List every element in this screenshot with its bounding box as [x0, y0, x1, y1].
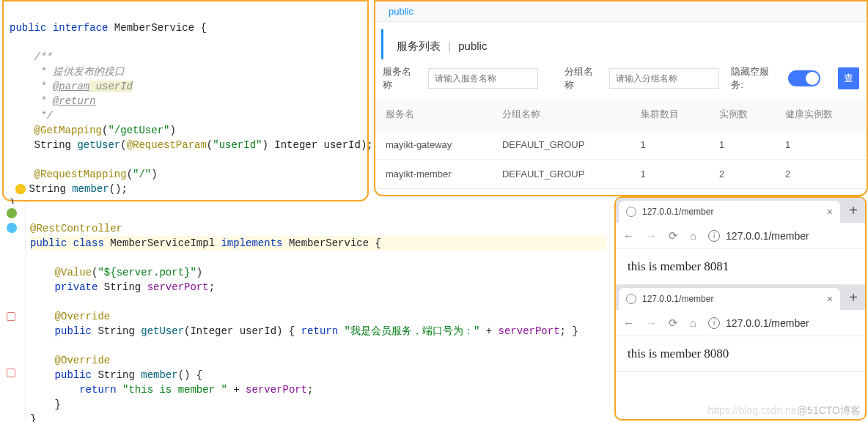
filter-bar: 服务名称 分组名称 隐藏空服务: 查 — [375, 62, 867, 99]
code-editor-interface[interactable]: public interface MemberService { /** * 提… — [2, 0, 369, 201]
reload-icon[interactable]: ⟳ — [669, 229, 678, 243]
breadcrumb: 服务列表 | public — [381, 29, 861, 59]
new-tab-button[interactable]: + — [845, 202, 862, 219]
hide-empty-toggle[interactable] — [788, 70, 820, 86]
code-editor-impl[interactable]: @RestController public class MemberServi… — [2, 204, 611, 421]
group-name-label: 分组名称 — [564, 65, 603, 92]
browser-window-1: 127.0.0.1/member × + ← → ⟳ ⌂ i 127.0.0.1… — [616, 198, 865, 285]
table-row[interactable]: mayikt-gateway DEFAULT_GROUP 1 1 1 — [375, 130, 867, 160]
hide-empty-label: 隐藏空服务: — [731, 65, 781, 92]
back-icon[interactable]: ← — [623, 229, 634, 242]
col-clusters: 集群数目 — [630, 99, 709, 130]
address-bar: ← → ⟳ ⌂ i 127.0.0.1/member — [616, 223, 865, 249]
browser-tab[interactable]: 127.0.0.1/member × — [619, 288, 840, 310]
forward-icon[interactable]: → — [646, 316, 657, 329]
site-info-icon[interactable]: i — [708, 230, 720, 242]
gutter-bean-icon[interactable] — [7, 208, 17, 218]
search-button[interactable]: 查 — [838, 67, 859, 89]
col-instances: 实例数 — [709, 99, 775, 130]
gutter-class-icon[interactable] — [7, 223, 17, 233]
col-group: 分组名称 — [492, 99, 630, 130]
gutter-override-icon[interactable] — [7, 369, 15, 377]
page-content: this is member 8081 — [616, 249, 865, 284]
page-content: this is member 8080 — [616, 336, 865, 371]
back-icon[interactable]: ← — [623, 316, 634, 329]
globe-icon — [626, 207, 636, 217]
intention-bulb-icon[interactable] — [15, 184, 26, 194]
namespace-tab[interactable]: public — [375, 1, 867, 22]
globe-icon — [626, 294, 636, 304]
home-icon[interactable]: ⌂ — [690, 229, 696, 242]
service-name-input[interactable] — [428, 68, 538, 89]
site-info-icon[interactable]: i — [708, 317, 720, 329]
browser-window-2: 127.0.0.1/member × + ← → ⟳ ⌂ i 127.0.0.1… — [616, 285, 865, 372]
table-row[interactable]: mayikt-member DEFAULT_GROUP 1 2 2 — [375, 160, 867, 189]
tab-strip: 127.0.0.1/member × + — [616, 285, 865, 310]
new-tab-button[interactable]: + — [845, 289, 862, 306]
close-tab-icon[interactable]: × — [827, 293, 833, 305]
col-service-name: 服务名 — [375, 99, 492, 130]
forward-icon[interactable]: → — [646, 229, 657, 242]
browser-windows: 127.0.0.1/member × + ← → ⟳ ⌂ i 127.0.0.1… — [614, 196, 867, 421]
editor-gutter — [2, 204, 26, 421]
col-healthy: 健康实例数 — [775, 99, 867, 130]
url-field[interactable]: i 127.0.0.1/member — [708, 230, 858, 242]
browser-tab[interactable]: 127.0.0.1/member × — [619, 201, 840, 223]
url-field[interactable]: i 127.0.0.1/member — [708, 317, 858, 329]
service-table: 服务名 分组名称 集群数目 实例数 健康实例数 mayikt-gateway D… — [375, 99, 867, 189]
home-icon[interactable]: ⌂ — [690, 316, 696, 329]
watermark: https://blog.csdn.ne@51CTO博客 — [707, 404, 861, 418]
address-bar: ← → ⟳ ⌂ i 127.0.0.1/member — [616, 310, 865, 336]
close-tab-icon[interactable]: × — [827, 206, 833, 218]
gutter-override-icon[interactable] — [7, 312, 15, 321]
service-name-label: 服务名称 — [383, 65, 421, 92]
reload-icon[interactable]: ⟳ — [669, 316, 678, 330]
group-name-input[interactable] — [609, 68, 719, 89]
nacos-panel: public 服务列表 | public 服务名称 分组名称 隐藏空服务: 查 … — [374, 0, 868, 196]
tab-strip: 127.0.0.1/member × + — [616, 198, 865, 223]
